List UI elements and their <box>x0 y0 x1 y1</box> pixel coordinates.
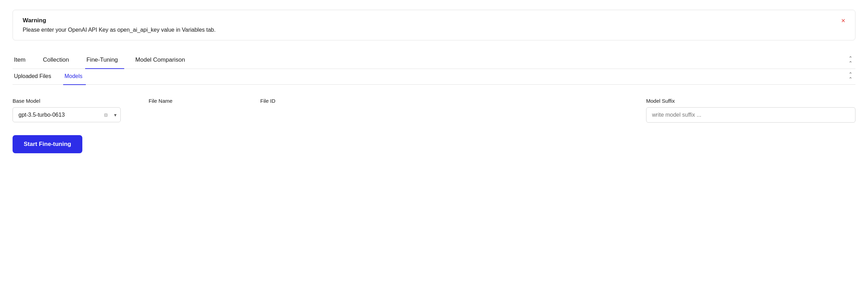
warning-banner: Warning Please enter your OpenAI API Key… <box>13 10 855 40</box>
file-id-column: File ID <box>260 98 372 109</box>
warning-message: Please enter your OpenAI API Key as open… <box>23 27 836 33</box>
sub-tabs-collapse-button[interactable]: ⌃ ⌃ <box>846 70 855 83</box>
main-tabs: Item Collection Fine-Tuning Model Compar… <box>13 53 855 69</box>
warning-close-button[interactable]: × <box>839 16 847 25</box>
clear-icon: ⦻ <box>103 112 109 118</box>
file-columns: File Name File ID <box>149 98 372 109</box>
sub-tabs: Uploaded Files Models ⌃ ⌃ <box>13 69 855 85</box>
sub-tab-models[interactable]: Models <box>63 69 86 85</box>
warning-title: Warning <box>23 17 836 24</box>
base-model-label: Base Model <box>13 98 121 104</box>
close-icon: × <box>841 17 845 24</box>
file-name-header: File Name <box>149 98 260 109</box>
tab-collection[interactable]: Collection <box>42 53 75 69</box>
base-model-select-wrapper: gpt-3.5-turbo-0613 ⦻ ▾ <box>13 107 121 122</box>
model-suffix-label: Model Suffix <box>646 98 855 104</box>
base-model-clear-button[interactable]: ⦻ <box>103 112 109 118</box>
tab-fine-tuning[interactable]: Fine-Tuning <box>85 53 124 69</box>
model-suffix-group: Model Suffix <box>646 98 855 123</box>
content-area: Base Model gpt-3.5-turbo-0613 ⦻ ▾ File N… <box>13 94 855 153</box>
sub-tab-uploaded-files[interactable]: Uploaded Files <box>13 69 55 85</box>
model-suffix-input[interactable] <box>646 107 855 123</box>
file-id-header: File ID <box>260 98 372 109</box>
file-name-column: File Name <box>149 98 260 109</box>
form-row: Base Model gpt-3.5-turbo-0613 ⦻ ▾ File N… <box>13 98 855 123</box>
start-fine-tuning-button[interactable]: Start Fine-tuning <box>13 135 82 153</box>
main-tabs-collapse-button[interactable]: ⌃ ⌃ <box>846 54 855 67</box>
double-chevron-up-icon-sub: ⌃ ⌃ <box>848 72 853 82</box>
base-model-group: Base Model gpt-3.5-turbo-0613 ⦻ ▾ <box>13 98 121 122</box>
double-chevron-up-icon: ⌃ ⌃ <box>848 56 853 65</box>
tab-item[interactable]: Item <box>13 53 32 69</box>
tab-model-comparison[interactable]: Model Comparison <box>134 53 192 69</box>
